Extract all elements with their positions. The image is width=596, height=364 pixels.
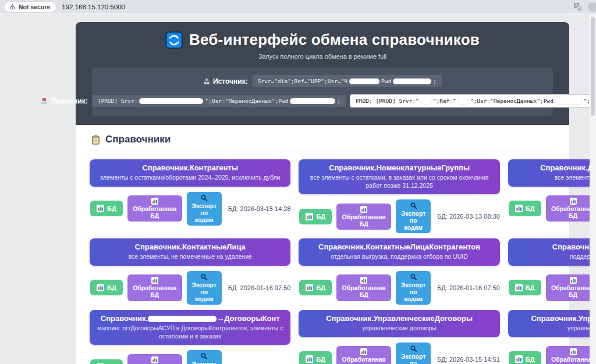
db-button[interactable]: БД [509,280,541,295]
card-actions: БД Обработанная БД Экспорт по кодам БД: … [508,192,596,226]
db-button[interactable]: БД [509,201,541,216]
bar-chart-icon [306,213,313,220]
page-scrollbar[interactable] [590,15,596,364]
source-tray-icon [203,78,210,85]
directory-subtitle: управленческие этапы работ [514,324,596,333]
db-button[interactable]: БД [509,351,541,364]
bar-chart-icon [570,198,577,205]
translate-icon[interactable]: Aa [573,2,582,11]
export-by-codes-button[interactable]: Экспорт по кодам [187,271,222,305]
directory-subtitle: все элементы с остатками, в заказах или … [304,174,494,190]
redaction-blob [349,78,379,84]
directory-card-header: Справочник.УправленческиеДоговоры управл… [299,310,499,337]
processed-db-button[interactable]: Обработанная БД [546,346,596,364]
processed-db-button[interactable]: Обработанная БД [546,195,596,222]
db-button[interactable]: БД [90,201,123,216]
not-secure-badge[interactable]: Not secure [5,2,56,12]
redaction-blob [458,98,469,104]
source-row: Источник: Srvr="dia";Ref="UPP";Usr="ЧPwd… [101,75,544,87]
bar-chart-icon [570,348,577,355]
magnifier-icon [200,273,208,281]
clipboard-icon [91,135,101,145]
receiver-label-wrap: Приемник: [41,97,87,105]
processed-db-button[interactable]: Обработанная БД [336,346,391,364]
bar-chart-icon [515,205,523,212]
page-title-row: Веб-интерфейс обмена справочников [76,31,569,49]
directory-card: Справочник.Контрагенты элементы с остатк… [90,159,290,233]
url-text[interactable]: 192.168.15.120:5000 [62,3,125,10]
bar-chart-icon [151,277,158,284]
directory-title: Справочник.УправленческиеДоговоры [304,314,494,324]
directory-card-header: Справочник.КонтактныеЛицаКонтрагентов от… [299,238,499,266]
redaction-blob [555,98,582,104]
svg-text:a: a [578,6,580,10]
db-button[interactable]: БД [90,280,123,295]
warning-icon [9,3,16,10]
receiver-label: Приемник: [51,97,87,105]
bar-chart-icon [360,348,367,355]
card-actions: БД Обработанная БД Экспорт по кодам БД: … [90,350,290,364]
page-header: Веб-интерфейс обмена справочников Запуск… [76,22,569,125]
directory-card-header: Справочник.НоменклатурныеГруппы все элем… [299,159,499,194]
processed-db-button[interactable]: Обработанная БД [546,274,596,301]
db-button[interactable]: БД [90,359,123,364]
card-actions: БД Обработанная БД Экспорт по кодам БД: … [299,342,499,364]
bar-chart-icon [97,284,104,291]
processed-db-button[interactable]: Обработанная БД [127,274,182,301]
db-button[interactable]: БД [299,280,332,295]
magnifier-icon [200,352,208,360]
directory-subtitle: поддержка отбора по UUID [514,253,596,261]
connection-panel: Источник: Srvr="dia";Ref="UPP";Usr="ЧPwd… [92,67,553,116]
export-by-codes-button[interactable]: Экспорт по кодам [396,199,431,233]
directory-card: Справочник.УправленческиеЭтапыРабот упра… [508,310,596,364]
export-by-codes-button[interactable]: Экспорт по кодам [187,192,222,226]
db-button[interactable]: БД [299,351,332,364]
receiver-select[interactable]: PROD: [PROD] Srvr="";Ref="";Usr="Перенос… [350,95,596,107]
export-by-codes-button[interactable]: Экспорт по кодам [396,271,431,305]
divider [90,151,555,151]
scrollbar-thumb[interactable] [591,17,595,116]
directory-card-header: Справочник.→ДоговорыКонт маппинг лгтДого… [90,310,290,345]
magnifier-icon [410,345,417,352]
directory-subtitle: все элементы с остатками и в заказах [514,174,596,182]
db-timestamp: БД: 2026-03-15 14:51 [437,356,500,363]
section-heading-row: Справочники [90,134,555,145]
screen: Not secure 192.168.15.120:5000 Aa Веб-ин… [0,0,596,364]
magnifier-icon [410,202,417,209]
processed-db-button[interactable]: Обработанная БД [336,274,391,301]
processed-db-button[interactable]: Обработанная БД [336,204,391,230]
directory-card: Справочник.НоменклатурныеГруппы все элем… [299,159,499,233]
db-timestamp: БД: 2026-01-16 07:50 [228,284,291,291]
directory-subtitle: все элементы, не помеченные на удаление [95,253,285,261]
processed-db-button[interactable]: Обработанная БД [127,354,182,364]
directory-card: Справочник.КонтактныеЛицаКонтрагентов от… [299,238,499,305]
cards-grid: Справочник.Контрагенты элементы с остатк… [90,159,555,364]
source-label: Источник: [213,77,248,85]
directory-subtitle: отдельная выгрузка, поддержка отбора по … [304,253,494,261]
profile-avatar-partial[interactable] [588,2,596,12]
card-actions: БД Обработанная БД Экспорт по кодам БД: … [299,271,499,305]
export-by-codes-button[interactable]: Экспорт по кодам [187,350,222,364]
directory-subtitle: управленческие договоры [304,324,494,333]
directory-card: Справочник.→ДоговорыКонт маппинг лгтДого… [90,310,290,364]
db-button[interactable]: БД [299,209,332,224]
card-actions: БД Обработанная БД Экспорт по кодам БД: … [90,192,290,226]
bar-chart-icon [570,277,577,284]
directory-card-header: Справочник.КонтактныеЛица все элементы, … [90,238,290,266]
export-by-codes-button[interactable]: Экспорт по кодам [396,342,431,364]
redaction-blob [148,316,217,322]
card-actions: БД Обработанная БД Экспорт по кодам БД: … [508,271,596,305]
directory-card: Справочник. поддержка отбора по UUID БД … [508,238,596,305]
receiver-tray-icon [41,98,48,105]
directory-title: Справочник.ДоговорыКонтрагентов [514,163,596,173]
bar-chart-icon [515,355,523,363]
directory-title: Справочник.НоменклатурныеГруппы [304,163,494,173]
db-timestamp: БД: 2026-01-16 07:50 [437,284,500,291]
card-actions: БД Обработанная БД Экспорт по кодам БД: … [299,199,499,233]
processed-db-button[interactable]: Обработанная БД [127,195,182,222]
bar-chart-icon [515,284,523,291]
directory-title: Справочник. [514,242,596,252]
directory-title: Справочник.Контрагенты [95,163,285,173]
card-actions: БД Обработанная БД Экспорт по кодам БД: … [508,342,596,364]
directory-card-header: Справочник. поддержка отбора по UUID [508,238,596,266]
